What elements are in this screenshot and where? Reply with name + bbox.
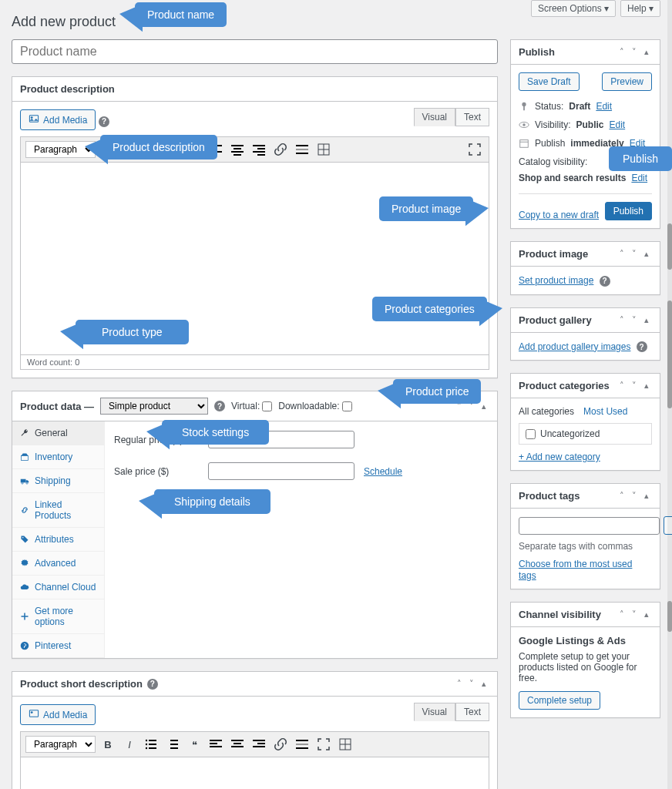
italic-icon[interactable]: I (120, 735, 139, 754)
table-icon[interactable] (314, 140, 333, 159)
chevron-up-icon[interactable]: ˄ (617, 314, 627, 325)
pd-tab-inventory[interactable]: Inventory (12, 445, 104, 469)
chevron-down-icon[interactable]: ˅ (629, 249, 640, 260)
align-center-icon[interactable] (228, 735, 247, 754)
italic-icon[interactable]: I (120, 140, 139, 159)
add-gallery-images-link[interactable]: Add product gallery images (519, 341, 630, 352)
product-title-input[interactable] (12, 39, 498, 64)
format-select[interactable]: Paragraph (25, 141, 96, 158)
chevron-down-icon[interactable]: ˅ (629, 491, 640, 502)
chevron-up-icon[interactable]: ˄ (617, 249, 627, 260)
editor-body[interactable] (20, 163, 489, 355)
help-icon[interactable]: ? (214, 401, 225, 411)
preview-button[interactable]: Preview (602, 72, 652, 91)
bold-icon[interactable]: B (99, 140, 117, 159)
uncategorized-checkbox[interactable] (526, 429, 536, 439)
chevron-down-icon[interactable]: ˅ (629, 609, 640, 620)
caret-up-icon[interactable]: ▴ (641, 609, 652, 620)
cat-tab-all[interactable]: All categories (519, 406, 574, 417)
schedule-link[interactable]: Schedule (364, 466, 402, 477)
screen-options-btn[interactable]: Screen Options ▾ (531, 0, 616, 17)
help-btn[interactable]: Help ▾ (620, 0, 660, 17)
regular-price-input[interactable] (208, 431, 354, 448)
quote-icon[interactable]: ❝ (185, 735, 203, 754)
chevron-up-icon[interactable]: ˄ (454, 679, 465, 690)
caret-up-icon[interactable]: ▴ (479, 401, 489, 411)
add-media-button-short[interactable]: Add Media (20, 704, 96, 725)
chevron-down-icon[interactable]: ˅ (466, 679, 477, 690)
ol-icon[interactable]: 123 (163, 140, 182, 159)
pd-tab-more-options[interactable]: Get more options (12, 599, 104, 634)
pd-tab-pinterest[interactable]: Pinterest (12, 634, 104, 658)
publish-button[interactable]: Publish (605, 202, 652, 220)
status-edit-link[interactable]: Edit (596, 101, 612, 112)
sale-price-input[interactable] (208, 462, 354, 480)
category-uncategorized[interactable]: Uncategorized (526, 428, 645, 439)
caret-up-icon[interactable]: ▴ (641, 314, 652, 325)
chevron-up-icon[interactable]: ˄ (454, 401, 465, 411)
caret-up-icon[interactable]: ▴ (641, 381, 652, 391)
chevron-down-icon[interactable]: ˅ (629, 314, 640, 325)
virtual-checkbox[interactable] (262, 401, 272, 411)
tag-input[interactable] (519, 517, 660, 535)
pd-tab-attributes[interactable]: Attributes (12, 528, 104, 552)
pd-tab-linked[interactable]: Linked Products (12, 493, 104, 528)
pd-tab-general[interactable]: General (12, 421, 104, 445)
align-left-icon[interactable] (207, 140, 225, 159)
publish-date-edit-link[interactable]: Edit (630, 138, 646, 149)
visibility-edit-link[interactable]: Edit (609, 119, 625, 130)
help-icon[interactable]: ? (637, 341, 647, 352)
caret-up-icon[interactable]: ▴ (641, 491, 652, 502)
format-select-short[interactable]: Paragraph (25, 736, 96, 753)
align-right-icon[interactable] (250, 735, 268, 754)
copy-draft-link[interactable]: Copy to a new draft (519, 210, 599, 220)
help-icon[interactable]: ? (147, 679, 158, 690)
help-icon[interactable]: ? (600, 276, 610, 287)
chevron-down-icon[interactable]: ˅ (629, 381, 640, 391)
editor-body-short[interactable] (20, 757, 489, 789)
catalog-edit-link[interactable]: Edit (631, 173, 647, 183)
link-icon[interactable] (271, 140, 290, 159)
product-type-select[interactable]: Simple product (100, 398, 208, 415)
caret-up-icon[interactable]: ▴ (479, 679, 489, 690)
scrollbar[interactable] (667, 0, 672, 789)
pd-tab-channel-cloud[interactable]: Channel Cloud (12, 576, 104, 599)
fullscreen-icon[interactable] (465, 140, 484, 159)
quote-icon[interactable]: ❝ (185, 140, 203, 159)
link-icon[interactable] (271, 735, 290, 754)
chevron-down-icon[interactable]: ˅ (629, 47, 640, 58)
complete-setup-button[interactable]: Complete setup (519, 691, 600, 710)
readmore-icon[interactable] (293, 140, 311, 159)
chevron-up-icon[interactable]: ˄ (617, 47, 627, 58)
pd-tab-advanced[interactable]: Advanced (12, 552, 104, 576)
add-new-category-link[interactable]: + Add new category (519, 452, 600, 462)
chevron-up-icon[interactable]: ˄ (617, 381, 627, 391)
ul-icon[interactable] (142, 140, 160, 159)
chevron-up-icon[interactable]: ˄ (617, 491, 627, 502)
chevron-up-icon[interactable]: ˄ (617, 609, 627, 620)
visual-tab[interactable]: Visual (414, 108, 455, 126)
choose-tags-link[interactable]: Choose from the most used tags (519, 559, 632, 581)
chevron-down-icon[interactable]: ˅ (466, 401, 477, 411)
set-product-image-link[interactable]: Set product image (519, 275, 593, 286)
ol-icon[interactable] (163, 735, 182, 754)
readmore-icon[interactable] (293, 735, 311, 754)
caret-up-icon[interactable]: ▴ (641, 249, 652, 260)
align-center-icon[interactable] (228, 140, 247, 159)
text-tab-short[interactable]: Text (455, 703, 489, 721)
add-media-button[interactable]: Add Media (20, 109, 96, 130)
bold-icon[interactable]: B (99, 735, 117, 754)
fullscreen-icon[interactable] (314, 735, 333, 754)
table-icon[interactable] (336, 735, 354, 754)
pd-tab-shipping[interactable]: Shipping (12, 469, 104, 493)
ul-icon[interactable] (142, 735, 160, 754)
cat-tab-most-used[interactable]: Most Used (583, 406, 627, 417)
visual-tab-short[interactable]: Visual (414, 703, 455, 721)
save-draft-button[interactable]: Save Draft (519, 72, 580, 91)
downloadable-checkbox[interactable] (342, 401, 352, 411)
caret-up-icon[interactable]: ▴ (641, 47, 652, 58)
help-icon[interactable]: ? (99, 116, 109, 127)
align-right-icon[interactable] (250, 140, 268, 159)
text-tab[interactable]: Text (455, 108, 489, 126)
align-left-icon[interactable] (207, 735, 225, 754)
